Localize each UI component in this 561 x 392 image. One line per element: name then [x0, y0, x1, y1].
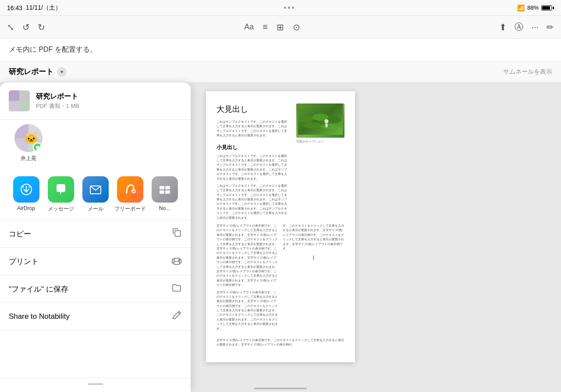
- save-files-action[interactable]: "ファイル" に保存: [0, 275, 191, 303]
- copy-label: コピー: [9, 229, 31, 239]
- home-indicator: [254, 388, 307, 389]
- pdf-card: 研究レポート PDF 書類・1 MB: [0, 82, 191, 120]
- svg-rect-22: [325, 123, 328, 127]
- print-action[interactable]: プリント: [0, 248, 191, 275]
- svg-point-3: [28, 186, 30, 188]
- pdf-image: [296, 103, 344, 138]
- pdf-body-text-2: これはサンプルテキストです。このテキストを選択して文章を入力すると表示が更新され…: [217, 154, 288, 181]
- airdrop-app-item[interactable]: AirDrop: [9, 176, 43, 213]
- battery-percent: 88%: [527, 4, 539, 11]
- notability-action[interactable]: Share to Notability: [0, 303, 191, 331]
- breadcrumb-left: 研究レポート ▾: [9, 67, 67, 77]
- freeform-icon: [117, 176, 143, 203]
- pdf-body-text-1: これはサンプルテキストです。このテキストを選択して文章を入力すると表示が更新され…: [217, 120, 288, 138]
- notability-label: Share to Notability: [9, 312, 70, 321]
- wifi-icon: 📶: [517, 4, 525, 11]
- share-sheet: 研究レポート PDF 書類・1 MB 🐱: [0, 82, 191, 392]
- svg-point-5: [131, 189, 136, 193]
- pdf-meta: PDF 書類・1 MB: [36, 102, 182, 110]
- date-display: 11/11/（土）: [26, 4, 61, 12]
- svg-point-21: [324, 119, 328, 123]
- table-icon[interactable]: ⊞: [277, 22, 284, 32]
- mail-icon: [82, 176, 109, 203]
- print-label: プリント: [9, 257, 39, 267]
- print-icon: [171, 255, 182, 268]
- svg-rect-11: [174, 261, 179, 264]
- pdf-two-col: 文字サイズ/色/レイアウトの表示例です。このテキストをクリックして文章を入力する…: [217, 224, 344, 334]
- copy-action[interactable]: コピー: [0, 220, 191, 248]
- svg-point-12: [179, 260, 180, 261]
- redo-icon[interactable]: ↻: [38, 22, 45, 32]
- messages-app-item[interactable]: メッセージ: [43, 176, 78, 213]
- breadcrumb-title: 研究レポート: [9, 67, 53, 77]
- status-bar: 16:43 11/11/（土） 📶 88%: [0, 0, 561, 16]
- status-left: 16:43 11/11/（土）: [7, 4, 61, 12]
- pdf-heading-2: 小見出し: [217, 143, 288, 151]
- freeform-app-item[interactable]: フリーボード: [113, 176, 147, 213]
- pdf-thumbnail: [9, 90, 30, 111]
- svg-line-13: [178, 312, 180, 314]
- svg-rect-8: [160, 190, 164, 194]
- freeform-label: フリーボード: [114, 205, 146, 213]
- pen-icon: [171, 310, 182, 323]
- pdf-body-text-8: 文字サイズ/色/レイアウトの表示例です。このテキストをクリックして文章を入力する…: [217, 338, 344, 347]
- messages-icon: [48, 176, 74, 203]
- battery-icon: [541, 5, 554, 11]
- markup-icon[interactable]: Ⓐ: [515, 21, 523, 33]
- breadcrumb-expand-button[interactable]: ▾: [57, 67, 67, 77]
- more-label: No...: [159, 205, 170, 211]
- svg-point-16: [299, 116, 313, 123]
- svg-point-19: [303, 122, 321, 128]
- compose-icon[interactable]: ✏: [547, 22, 554, 32]
- action-list: コピー プリント: [0, 220, 191, 378]
- undo-icon[interactable]: ↺: [22, 22, 30, 32]
- note-title-bar: メモ内に PDF を配置する。: [0, 39, 561, 61]
- save-files-label: "ファイル" に保存: [9, 284, 68, 294]
- airdrop-label: AirDrop: [17, 205, 35, 211]
- breadcrumb-bar: 研究レポート ▾ サムネールを表示: [0, 61, 561, 82]
- toolbar: ⤡ ↺ ↻ Aa ≡ ⊞ ⊙ ⬆ Ⓐ ··· ✏: [0, 16, 561, 39]
- svg-rect-6: [160, 186, 164, 189]
- mail-label: メール: [88, 205, 103, 213]
- svg-point-20: [320, 124, 337, 129]
- svg-rect-7: [165, 186, 170, 189]
- mail-app-item[interactable]: メール: [78, 176, 113, 213]
- pdf-col-right: ず。このテキストをクリックして文章を入力すると表示が更新されます。文字サイズ/色…: [283, 224, 344, 334]
- svg-point-18: [327, 117, 341, 123]
- handle-bar: [88, 383, 103, 385]
- more-actions-row: [0, 378, 191, 392]
- pdf-name: 研究レポート: [36, 92, 182, 101]
- copy-icon: [171, 227, 182, 240]
- more-app-icon: [152, 176, 178, 203]
- share-icon[interactable]: ⬆: [499, 22, 507, 32]
- thumbnail-button[interactable]: サムネールを表示: [503, 68, 552, 76]
- list-icon[interactable]: ≡: [263, 22, 268, 32]
- svg-rect-9: [165, 190, 170, 194]
- contact-avatar: 🐱: [14, 124, 43, 152]
- pdf-caption: 写真のキャプション: [296, 139, 344, 144]
- camera-icon[interactable]: ⊙: [293, 22, 300, 32]
- time-display: 16:43: [7, 4, 22, 11]
- pdf-image-area: 写真のキャプション: [296, 103, 344, 144]
- messages-label: メッセージ: [48, 205, 74, 213]
- contact-row: 🐱 井上晃: [0, 120, 191, 169]
- more-icon[interactable]: ···: [531, 22, 539, 32]
- toolbar-center: Aa ≡ ⊞ ⊙: [244, 22, 300, 32]
- contact-name: 井上晃: [21, 155, 36, 162]
- contact-item[interactable]: 🐱 井上晃: [9, 124, 48, 162]
- note-title-text: メモ内に PDF を配置する。: [9, 45, 97, 54]
- center-dots: [284, 7, 294, 9]
- message-badge: [33, 143, 43, 152]
- more-app-item[interactable]: No...: [147, 176, 182, 213]
- collapse-icon[interactable]: ⤡: [7, 22, 14, 32]
- svg-point-2: [22, 186, 24, 188]
- pdf-page: 大見出し これはサンプルテキストです。このテキストを選択して文章を入力すると表示…: [206, 91, 355, 362]
- pdf-col-left: 文字サイズ/色/レイアウトの表示例です。このテキストをクリックして文章を入力する…: [217, 224, 278, 334]
- pdf-info: 研究レポート PDF 書類・1 MB: [36, 92, 182, 110]
- font-icon[interactable]: Aa: [244, 22, 254, 32]
- status-right: 📶 88%: [517, 4, 554, 11]
- text-cursor: [313, 256, 314, 260]
- pdf-heading-1: 大見出し: [217, 103, 288, 115]
- app-icons-row: AirDrop メッセージ メール: [0, 169, 191, 220]
- airdrop-icon: [13, 176, 39, 203]
